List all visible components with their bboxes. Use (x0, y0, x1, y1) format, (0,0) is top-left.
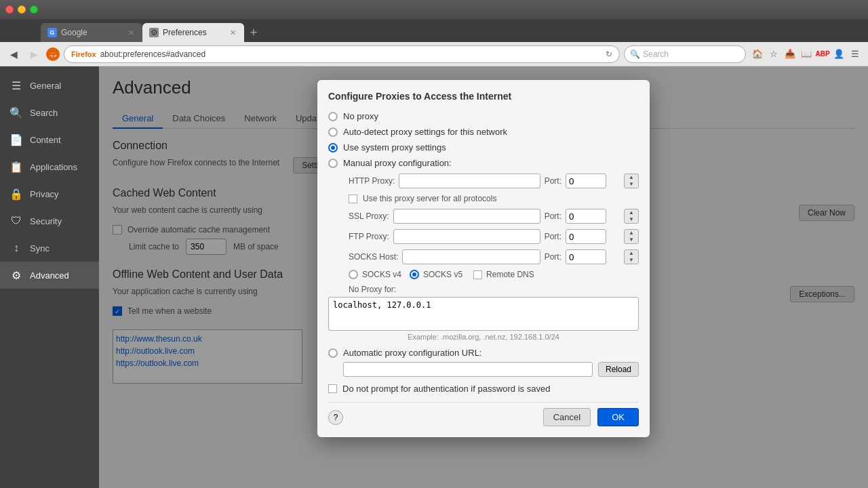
sidebar-item-search[interactable]: 🔍 Search (0, 99, 99, 126)
traffic-light-close[interactable] (5, 5, 14, 14)
remote-dns-label: Remote DNS (486, 270, 534, 279)
remote-dns-checkbox[interactable] (473, 270, 482, 279)
traffic-light-minimize[interactable] (18, 5, 26, 14)
sidebar-label-advanced: Advanced (30, 270, 69, 281)
socks-spin-up[interactable]: ▲ (625, 250, 638, 257)
ftp-port-spinner[interactable]: ▲ ▼ (624, 229, 639, 244)
radio-system-proxy-label: Use system proxy settings (343, 142, 446, 152)
radio-auto-detect-btn[interactable] (328, 127, 338, 137)
search-bar[interactable]: 🔍 Search (624, 45, 746, 63)
socks-spin-down[interactable]: ▼ (625, 257, 638, 264)
new-tab-button[interactable]: + (244, 23, 263, 42)
ssl-spin-up[interactable]: ▲ (625, 209, 638, 216)
tab-google-label: Google (61, 28, 87, 37)
http-proxy-input[interactable] (399, 174, 540, 188)
radio-auto-detect: Auto-detect proxy settings for this netw… (328, 127, 639, 137)
socks-protocols-row: SOCKS v4 SOCKS v5 Remote DNS (349, 270, 639, 279)
socks-v5-label: SOCKS v5 (423, 270, 462, 279)
socks-proxy-input[interactable] (402, 249, 540, 264)
tab-preferences-close[interactable]: ✕ (228, 28, 237, 37)
http-port-spinner[interactable]: ▲ ▼ (624, 174, 639, 188)
sidebar-item-security[interactable]: 🛡 Security (0, 207, 99, 235)
home-icon[interactable]: 🏠 (750, 47, 765, 62)
ssl-spin-down[interactable]: ▼ (625, 216, 638, 223)
http-port-input[interactable] (566, 174, 606, 188)
search-placeholder: Search (643, 49, 669, 59)
sidebar-label-security: Security (30, 216, 62, 226)
sidebar-label-applications: Applications (30, 162, 77, 172)
menu-icon[interactable]: ☰ (848, 47, 863, 62)
ssl-port-label: Port: (545, 211, 561, 221)
radio-manual-proxy-label: Manual proxy configuration: (343, 158, 452, 168)
ok-button[interactable]: OK (597, 408, 639, 426)
content-icon: 📄 (9, 133, 23, 146)
sidebar-label-general: General (30, 81, 61, 91)
traffic-light-maximize[interactable] (30, 5, 38, 14)
security-icon: 🛡 (9, 214, 23, 228)
use-proxy-row: Use this proxy server for all protocols (349, 194, 639, 203)
general-icon: ☰ (9, 79, 23, 92)
socks-port-spinner[interactable]: ▲ ▼ (624, 249, 639, 264)
radio-manual-proxy-btn[interactable] (328, 159, 338, 168)
use-proxy-checkbox[interactable] (349, 195, 357, 203)
sidebar-item-privacy[interactable]: 🔒 Privacy (0, 180, 99, 207)
spin-down[interactable]: ▼ (625, 181, 638, 188)
tab-google[interactable]: G Google ✕ (41, 23, 142, 42)
ftp-port-label: Port: (545, 232, 561, 241)
no-proxy-input[interactable]: localhost, 127.0.0.1 (328, 297, 639, 331)
ssl-port-spinner[interactable]: ▲ ▼ (624, 209, 639, 224)
auto-proxy-url-input[interactable] (343, 362, 593, 377)
proxy-modal: Configure Proxies to Access the Internet… (317, 80, 650, 437)
tab-preferences-label: Preferences (163, 28, 207, 37)
adblock-icon[interactable]: ABP (815, 47, 830, 62)
reader-icon[interactable]: 📖 (799, 47, 814, 62)
sidebar-label-content: Content (30, 135, 61, 145)
auto-proxy-radio-btn[interactable] (328, 348, 338, 358)
pocket-icon[interactable]: 📥 (783, 47, 797, 62)
forward-button[interactable]: ▶ (26, 46, 42, 62)
proxy-fields-grid: HTTP Proxy: Port: ▲ ▼ (349, 174, 639, 188)
sidebar-item-general[interactable]: ☰ General (0, 72, 99, 99)
radio-system-proxy: Use system proxy settings (328, 142, 639, 152)
socks-port-label: Port: (545, 252, 561, 262)
firefox-logo: 🦊 (46, 47, 60, 61)
sidebar-label-sync: Sync (30, 243, 50, 253)
no-auth-checkbox[interactable] (328, 384, 337, 393)
content-area: ☰ General 🔍 Search 📄 Content 📋 Applicati… (0, 66, 868, 488)
ssl-proxy-input[interactable] (393, 209, 540, 224)
radio-no-proxy: No proxy (328, 111, 639, 121)
http-port-label: Port: (545, 176, 561, 186)
modal-title: Configure Proxies to Access the Internet (328, 91, 639, 102)
sync-icon[interactable]: 👤 (831, 47, 846, 62)
refresh-icon[interactable]: ↻ (606, 49, 612, 59)
tab-google-close[interactable]: ✕ (126, 28, 136, 37)
socks-v5-btn[interactable] (410, 270, 419, 279)
socks-proxy-label: SOCKS Host: (349, 252, 398, 262)
socks-port-input[interactable] (566, 249, 606, 264)
radio-no-proxy-btn[interactable] (328, 112, 338, 121)
sidebar-item-sync[interactable]: ↕ Sync (0, 235, 99, 262)
sidebar-item-advanced[interactable]: ⚙ Advanced (0, 262, 99, 289)
address-bar[interactable]: Firefox about:preferences#advanced ↻ (64, 45, 620, 63)
cancel-button[interactable]: Cancel (543, 408, 591, 426)
ftp-spin-up[interactable]: ▲ (625, 230, 638, 237)
sidebar-item-applications[interactable]: 📋 Applications (0, 153, 99, 180)
browser-navbar: ◀ ▶ 🦊 Firefox about:preferences#advanced… (0, 42, 868, 66)
reload-button[interactable]: Reload (598, 362, 639, 377)
spin-up[interactable]: ▲ (625, 174, 638, 181)
sidebar-item-content[interactable]: 📄 Content (0, 126, 99, 153)
back-button[interactable]: ◀ (5, 46, 22, 62)
ftp-proxy-input[interactable] (393, 229, 540, 244)
help-button[interactable]: ? (328, 410, 343, 425)
sidebar: ☰ General 🔍 Search 📄 Content 📋 Applicati… (0, 66, 99, 488)
tab-preferences[interactable]: ⚙ Preferences ✕ (142, 23, 244, 42)
search-icon: 🔍 (630, 49, 640, 59)
ftp-spin-down[interactable]: ▼ (625, 237, 638, 243)
radio-system-proxy-btn[interactable] (328, 143, 338, 152)
ftp-port-input[interactable] (566, 229, 606, 244)
bookmark-icon[interactable]: ☆ (766, 47, 781, 62)
socks-v4-btn[interactable] (349, 270, 358, 279)
use-proxy-label: Use this proxy server for all protocols (363, 194, 496, 203)
sidebar-label-privacy: Privacy (30, 189, 59, 199)
ssl-port-input[interactable] (566, 209, 606, 224)
